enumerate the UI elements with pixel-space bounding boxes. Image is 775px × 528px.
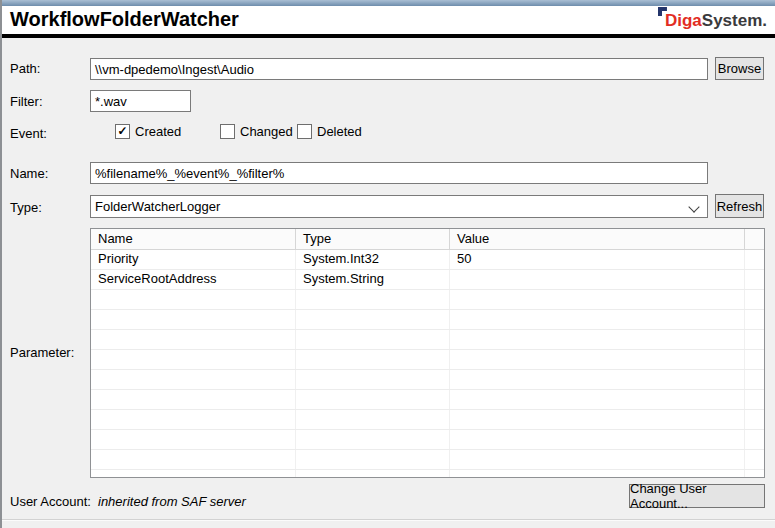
checkbox-changed[interactable]: Changed (220, 124, 293, 139)
path-label: Path: (10, 61, 40, 76)
user-account-label: User Account: (10, 494, 91, 509)
change-user-account-button[interactable]: Change User Account... (629, 484, 765, 508)
refresh-button[interactable]: Refresh (715, 194, 764, 218)
table-cell (745, 370, 764, 389)
type-dropdown-value: FolderWatcherLogger (95, 199, 220, 214)
table-cell (296, 430, 450, 449)
bottom-divider (2, 519, 775, 521)
table-cell (745, 250, 764, 269)
table-cell (745, 390, 764, 409)
table-cell (296, 330, 450, 349)
created-checkbox-box[interactable]: ✓ (115, 124, 130, 139)
table-cell (296, 450, 450, 469)
column-header-spacer (745, 229, 764, 249)
table-row[interactable] (91, 410, 764, 430)
table-cell (91, 450, 296, 469)
table-cell: System.String (296, 270, 450, 289)
table-cell (296, 390, 450, 409)
deleted-checkbox-box[interactable] (297, 124, 312, 139)
table-cell (745, 290, 764, 309)
table-cell (745, 450, 764, 469)
table-cell: Priority (91, 250, 296, 269)
header-divider (2, 34, 775, 38)
table-cell (745, 470, 764, 478)
column-header-value[interactable]: Value (450, 229, 745, 249)
filter-label: Filter: (10, 94, 43, 109)
table-cell (450, 350, 745, 369)
type-dropdown[interactable]: FolderWatcherLogger (90, 195, 708, 218)
table-cell (450, 330, 745, 349)
table-cell (296, 350, 450, 369)
table-cell (450, 430, 745, 449)
table-cell (91, 310, 296, 329)
filter-input[interactable]: *.wav (90, 90, 191, 112)
table-cell (91, 390, 296, 409)
table-row[interactable]: PrioritySystem.Int3250 (91, 250, 764, 270)
digasystem-logo: DigaSystem. (665, 11, 767, 31)
table-cell (745, 310, 764, 329)
table-cell (745, 350, 764, 369)
table-row[interactable] (91, 350, 764, 370)
table-row[interactable] (91, 310, 764, 330)
table-cell (450, 310, 745, 329)
table-cell (296, 470, 450, 478)
table-row[interactable] (91, 470, 764, 478)
table-cell (450, 390, 745, 409)
type-label: Type: (10, 200, 42, 215)
table-cell (296, 310, 450, 329)
page-title: WorkflowFolderWatcher (10, 8, 239, 31)
table-cell (296, 410, 450, 429)
table-cell: System.Int32 (296, 250, 450, 269)
table-cell (745, 270, 764, 289)
parameter-table-body: PrioritySystem.Int3250ServiceRootAddress… (91, 250, 764, 478)
column-header-name[interactable]: Name (91, 229, 296, 249)
table-cell (91, 430, 296, 449)
checkbox-deleted[interactable]: Deleted (297, 124, 362, 139)
checkbox-created[interactable]: ✓ Created (115, 124, 181, 139)
table-cell (296, 290, 450, 309)
logo-text-diga: Diga (665, 11, 702, 30)
parameter-table-header: Name Type Value (91, 229, 764, 250)
table-cell: ServiceRootAddress (91, 270, 296, 289)
logo-text-system: System. (702, 11, 767, 30)
table-cell (450, 370, 745, 389)
table-row[interactable] (91, 370, 764, 390)
name-input[interactable]: %filename%_%event%_%filter% (90, 162, 708, 184)
table-cell (745, 410, 764, 429)
path-input[interactable]: \\vm-dpedemo\Ingest\Audio (90, 58, 708, 80)
table-row[interactable] (91, 330, 764, 350)
table-row[interactable] (91, 430, 764, 450)
table-row[interactable] (91, 450, 764, 470)
changed-checkbox-box[interactable] (220, 124, 235, 139)
user-account-value: inherited from SAF server (98, 494, 246, 509)
table-cell (91, 410, 296, 429)
table-cell (450, 410, 745, 429)
created-checkbox-label: Created (135, 124, 181, 139)
column-header-type[interactable]: Type (296, 229, 450, 249)
table-cell (91, 350, 296, 369)
table-cell: 50 (450, 250, 745, 269)
browse-button[interactable]: Browse (715, 57, 764, 80)
event-label: Event: (10, 126, 47, 141)
header: WorkflowFolderWatcher DigaSystem. (2, 6, 775, 34)
parameter-table[interactable]: Name Type Value PrioritySystem.Int3250Se… (90, 228, 765, 478)
table-row[interactable] (91, 390, 764, 410)
chevron-down-icon (688, 201, 699, 212)
table-row[interactable] (91, 290, 764, 310)
parameter-label: Parameter: (10, 345, 74, 360)
changed-checkbox-label: Changed (240, 124, 293, 139)
table-cell (745, 430, 764, 449)
workflow-folder-watcher-dialog: WorkflowFolderWatcher DigaSystem. Path: … (0, 0, 775, 528)
table-cell (450, 290, 745, 309)
table-cell (91, 370, 296, 389)
table-cell (450, 470, 745, 478)
table-cell (745, 330, 764, 349)
deleted-checkbox-label: Deleted (317, 124, 362, 139)
name-label: Name: (10, 166, 48, 181)
table-cell (91, 290, 296, 309)
table-cell (91, 330, 296, 349)
table-cell (91, 470, 296, 478)
table-row[interactable]: ServiceRootAddressSystem.String (91, 270, 764, 290)
table-cell (450, 270, 745, 289)
table-cell (296, 370, 450, 389)
